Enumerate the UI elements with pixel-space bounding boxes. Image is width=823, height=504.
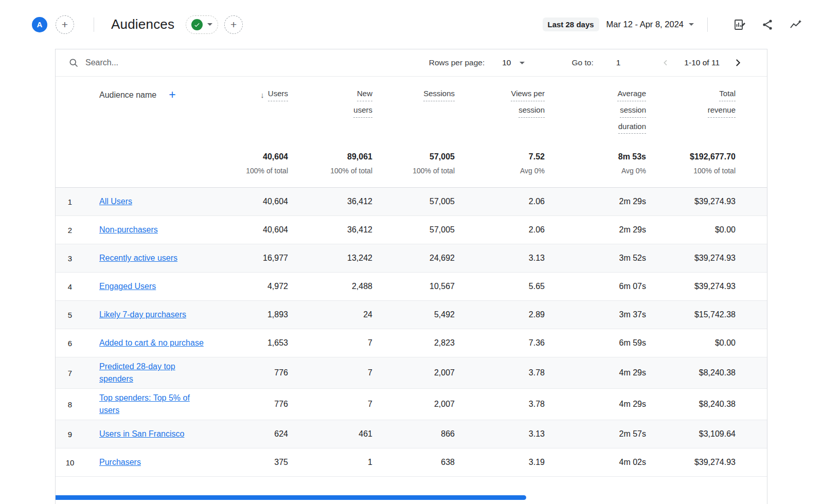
audience-link[interactable]: Non-purchasers <box>99 224 158 236</box>
insights-icon[interactable] <box>789 18 802 31</box>
table-row: 10 Purchasers 37516383.194m 02s$39,274.9… <box>56 448 767 477</box>
row-index: 2 <box>56 226 84 235</box>
metric-cell: 40,604 <box>222 197 288 206</box>
metric-cell: 461 <box>288 429 372 439</box>
pagination-status: 1-10 of 11 <box>684 58 720 67</box>
next-page-button[interactable] <box>733 58 742 67</box>
metric-cell: 36,412 <box>288 197 372 206</box>
audience-name-cell: Predicted 28-day top spenders <box>84 361 222 385</box>
table-row: 9 Users in San Francisco 6244618663.132m… <box>56 420 767 448</box>
sort-descending-icon: ↓ <box>260 91 264 99</box>
column-header-average-session-duration[interactable]: Averagesessionduration <box>545 87 646 138</box>
metric-cell: 4m 29s <box>545 368 646 377</box>
add-audience-button[interactable]: + <box>169 89 175 101</box>
metric-cell: 7 <box>288 338 372 348</box>
audience-link[interactable]: Likely 7-day purchasers <box>99 309 186 321</box>
plus-icon: + <box>230 19 237 31</box>
chevron-down-icon <box>520 62 525 64</box>
rows-per-page: Rows per page: 10 <box>429 58 525 67</box>
rows-per-page-label: Rows per page: <box>429 58 485 67</box>
rows-per-page-value: 10 <box>502 58 511 67</box>
all-users-chip[interactable] <box>186 15 218 34</box>
metric-cell: 4,972 <box>222 282 288 291</box>
metric-cell: 776 <box>222 400 288 409</box>
go-to-page: Go to: 1 <box>572 58 621 67</box>
metric-cell: 4m 29s <box>545 400 646 409</box>
audience-name-cell: Purchasers <box>84 456 222 469</box>
audience-link[interactable]: Purchasers <box>99 456 141 469</box>
table-row: 5 Likely 7-day purchasers 1,893245,4922.… <box>56 301 767 329</box>
add-comparison-button[interactable]: + <box>56 15 74 34</box>
customize-report-icon[interactable] <box>733 18 747 31</box>
totals-row: 40,604100% of total89,061100% of total57… <box>56 138 767 188</box>
metric-cell: 2,007 <box>372 400 455 409</box>
audience-name-cell: Added to cart & no purchase <box>84 337 222 349</box>
column-header-sessions[interactable]: Sessions <box>372 87 455 105</box>
report-card: Rows per page: 10 Go to: 1 1-10 of 11 Au… <box>55 49 767 504</box>
metric-cell: 2,488 <box>288 282 372 291</box>
table-row: 2 Non-purchasers 40,60436,41257,0052.062… <box>56 216 767 244</box>
metric-cell: 1 <box>288 458 372 467</box>
metric-cell: 5.65 <box>455 282 545 291</box>
metric-cell: 7 <box>288 400 372 409</box>
metric-cell: $15,742.38 <box>646 310 736 319</box>
share-icon[interactable] <box>761 18 775 31</box>
date-range-picker[interactable]: Mar 12 - Apr 8, 2024 <box>606 20 694 29</box>
search-input[interactable] <box>85 58 240 67</box>
audience-link[interactable]: All Users <box>99 195 132 208</box>
metric-cell: 57,005 <box>372 225 455 235</box>
audience-name-header: Audience name + <box>84 87 222 101</box>
total-users: 40,604100% of total <box>222 152 288 175</box>
metric-cell: $39,274.93 <box>646 254 736 263</box>
metric-cell: 2,823 <box>372 338 455 348</box>
total-views-per-session: 7.52Avg 0% <box>455 152 545 175</box>
column-header-new-users[interactable]: Newusers <box>288 87 372 122</box>
metric-cell: 2m 57s <box>545 429 646 439</box>
previous-page-button[interactable] <box>661 58 671 67</box>
metric-cell: $8,240.38 <box>646 400 736 409</box>
metric-cell: 3m 37s <box>545 310 646 319</box>
total-sessions: 57,005100% of total <box>372 152 455 175</box>
add-filter-button[interactable]: + <box>224 15 243 34</box>
metric-cell: 24,692 <box>372 254 455 263</box>
horizontal-scrollbar-thumb[interactable] <box>56 495 526 500</box>
column-header-views-per-session[interactable]: Views persession <box>455 87 545 122</box>
audience-link[interactable]: Engaged Users <box>99 280 156 293</box>
account-avatar[interactable]: A <box>32 17 47 32</box>
divider <box>707 17 708 32</box>
total-new-users: 89,061100% of total <box>288 152 372 175</box>
metric-cell: 7 <box>288 368 372 377</box>
pagination: 1-10 of 11 <box>661 58 742 67</box>
metric-cell: 1,653 <box>222 338 288 348</box>
audience-link[interactable]: Predicted 28-day top spenders <box>99 361 208 385</box>
audience-link[interactable]: Top spenders: Top 5% of users <box>99 392 208 417</box>
metric-cell: $39,274.93 <box>646 197 736 206</box>
metric-cell: 3.13 <box>455 254 545 263</box>
table-row: 8 Top spenders: Top 5% of users 77672,00… <box>56 389 767 420</box>
audience-name-cell: Top spenders: Top 5% of users <box>84 392 222 417</box>
metric-cell: 2.89 <box>455 310 545 319</box>
row-index: 8 <box>56 400 84 409</box>
app-header: A + Audiences + Last 28 days Mar 12 - Ap… <box>0 0 823 49</box>
metric-cell: $39,274.93 <box>646 458 736 467</box>
go-to-input[interactable]: 1 <box>616 58 621 67</box>
audience-link[interactable]: Recently active users <box>99 252 177 264</box>
metric-cell: $3,109.64 <box>646 429 736 439</box>
metric-cell: $8,240.38 <box>646 368 736 377</box>
column-header-users[interactable]: ↓Users <box>222 87 288 105</box>
chevron-down-icon <box>207 23 212 26</box>
audience-name-cell: Engaged Users <box>84 280 222 293</box>
rows-per-page-select[interactable]: 10 <box>502 58 524 67</box>
metric-cell: 13,242 <box>288 254 372 263</box>
row-index: 5 <box>56 311 84 319</box>
table-body: 1 All Users 40,60436,41257,0052.062m 29s… <box>56 188 767 477</box>
metric-cell: 10,567 <box>372 282 455 291</box>
table-row: 4 Engaged Users 4,9722,48810,5675.656m 0… <box>56 273 767 301</box>
page-title: Audiences <box>111 16 174 32</box>
divider <box>94 17 94 32</box>
audience-link[interactable]: Added to cart & no purchase <box>99 337 204 349</box>
audience-name-cell: Users in San Francisco <box>84 428 222 440</box>
column-header-total-revenue[interactable]: Totalrevenue <box>646 87 736 122</box>
audience-link[interactable]: Users in San Francisco <box>99 428 184 440</box>
audience-name-cell: Likely 7-day purchasers <box>84 309 222 321</box>
